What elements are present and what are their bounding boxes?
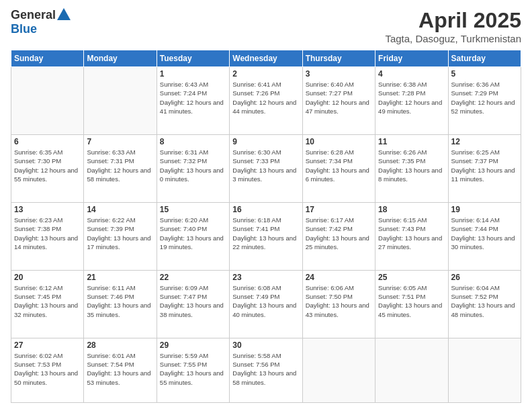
- day-info: Sunrise: 6:18 AMSunset: 7:41 PMDaylight:…: [232, 216, 299, 251]
- day-info: Sunrise: 6:23 AMSunset: 7:38 PMDaylight:…: [14, 216, 81, 251]
- day-number: 17: [306, 205, 372, 214]
- calendar-table: Sunday Monday Tuesday Wednesday Thursday…: [11, 50, 521, 403]
- day-info: Sunrise: 5:59 AMSunset: 7:55 PMDaylight:…: [160, 351, 226, 387]
- day-number: 7: [87, 137, 153, 146]
- table-row: 30Sunrise: 5:58 AMSunset: 7:56 PMDayligh…: [230, 338, 302, 402]
- table-row: 1Sunrise: 6:43 AMSunset: 7:24 PMDaylight…: [157, 67, 229, 135]
- table-row: 17Sunrise: 6:17 AMSunset: 7:42 PMDayligh…: [302, 202, 375, 270]
- table-row: 8Sunrise: 6:31 AMSunset: 7:32 PMDaylight…: [157, 134, 229, 202]
- logo-blue: Blue: [11, 22, 37, 36]
- day-number: 2: [232, 69, 299, 79]
- day-info: Sunrise: 6:04 AMSunset: 7:52 PMDaylight:…: [451, 283, 518, 319]
- page-title: April 2025: [385, 8, 521, 33]
- table-row: 12Sunrise: 6:25 AMSunset: 7:37 PMDayligh…: [448, 134, 521, 202]
- header: General Blue April 2025 Tagta, Dasoguz, …: [11, 8, 521, 44]
- table-row: [375, 338, 448, 402]
- table-row: 4Sunrise: 6:38 AMSunset: 7:28 PMDaylight…: [375, 67, 448, 135]
- day-info: Sunrise: 6:08 AMSunset: 7:49 PMDaylight:…: [232, 283, 299, 319]
- day-info: Sunrise: 6:06 AMSunset: 7:50 PMDaylight:…: [306, 283, 372, 319]
- day-info: Sunrise: 6:22 AMSunset: 7:39 PMDaylight:…: [87, 216, 153, 251]
- table-row: 10Sunrise: 6:28 AMSunset: 7:34 PMDayligh…: [302, 134, 375, 202]
- day-number: 1: [160, 69, 226, 79]
- day-info: Sunrise: 6:14 AMSunset: 7:44 PMDaylight:…: [451, 216, 518, 251]
- table-row: 9Sunrise: 6:30 AMSunset: 7:33 PMDaylight…: [230, 134, 302, 202]
- logo: General Blue: [11, 8, 71, 36]
- table-row: [448, 338, 521, 402]
- table-row: 25Sunrise: 6:05 AMSunset: 7:51 PMDayligh…: [375, 270, 448, 338]
- day-number: 13: [14, 205, 81, 214]
- day-number: 28: [87, 340, 153, 350]
- day-info: Sunrise: 6:43 AMSunset: 7:24 PMDaylight:…: [160, 80, 226, 116]
- table-row: 18Sunrise: 6:15 AMSunset: 7:43 PMDayligh…: [375, 202, 448, 270]
- col-monday: Monday: [84, 50, 157, 67]
- day-number: 29: [160, 340, 226, 350]
- table-row: 22Sunrise: 6:09 AMSunset: 7:47 PMDayligh…: [157, 270, 229, 338]
- day-number: 8: [160, 137, 226, 146]
- day-number: 23: [232, 273, 299, 282]
- table-row: 23Sunrise: 6:08 AMSunset: 7:49 PMDayligh…: [230, 270, 302, 338]
- day-info: Sunrise: 6:09 AMSunset: 7:47 PMDaylight:…: [160, 283, 226, 319]
- day-number: 26: [451, 273, 518, 282]
- table-row: [84, 67, 157, 135]
- day-info: Sunrise: 6:33 AMSunset: 7:31 PMDaylight:…: [87, 148, 153, 183]
- day-info: Sunrise: 5:58 AMSunset: 7:56 PMDaylight:…: [232, 351, 299, 387]
- col-thursday: Thursday: [302, 50, 375, 67]
- day-info: Sunrise: 6:11 AMSunset: 7:46 PMDaylight:…: [87, 283, 153, 319]
- table-row: 13Sunrise: 6:23 AMSunset: 7:38 PMDayligh…: [11, 202, 84, 270]
- day-info: Sunrise: 6:17 AMSunset: 7:42 PMDaylight:…: [306, 216, 372, 251]
- table-row: 2Sunrise: 6:41 AMSunset: 7:26 PMDaylight…: [230, 67, 302, 135]
- day-number: 12: [451, 137, 518, 146]
- logo-triangle-icon: [57, 8, 71, 20]
- table-row: 27Sunrise: 6:02 AMSunset: 7:53 PMDayligh…: [11, 338, 84, 402]
- day-info: Sunrise: 6:02 AMSunset: 7:53 PMDaylight:…: [14, 351, 81, 387]
- day-number: 27: [14, 340, 81, 350]
- table-row: 5Sunrise: 6:36 AMSunset: 7:29 PMDaylight…: [448, 67, 521, 135]
- page-subtitle: Tagta, Dasoguz, Turkmenistan: [385, 33, 521, 44]
- day-number: 4: [378, 69, 445, 79]
- day-number: 9: [232, 137, 299, 146]
- day-number: 10: [306, 137, 372, 146]
- day-info: Sunrise: 6:41 AMSunset: 7:26 PMDaylight:…: [232, 80, 299, 116]
- page: General Blue April 2025 Tagta, Dasoguz, …: [0, 0, 532, 411]
- title-block: April 2025 Tagta, Dasoguz, Turkmenistan: [385, 8, 521, 44]
- day-number: 16: [232, 205, 299, 214]
- col-wednesday: Wednesday: [230, 50, 302, 67]
- day-number: 6: [14, 137, 81, 146]
- day-info: Sunrise: 6:15 AMSunset: 7:43 PMDaylight:…: [378, 216, 445, 251]
- day-info: Sunrise: 6:05 AMSunset: 7:51 PMDaylight:…: [378, 283, 445, 319]
- day-info: Sunrise: 6:28 AMSunset: 7:34 PMDaylight:…: [306, 148, 372, 183]
- col-saturday: Saturday: [448, 50, 521, 67]
- table-row: 19Sunrise: 6:14 AMSunset: 7:44 PMDayligh…: [448, 202, 521, 270]
- table-row: 7Sunrise: 6:33 AMSunset: 7:31 PMDaylight…: [84, 134, 157, 202]
- day-number: 5: [451, 69, 518, 79]
- day-number: 3: [306, 69, 372, 79]
- day-number: 15: [160, 205, 226, 214]
- calendar-header-row: Sunday Monday Tuesday Wednesday Thursday…: [11, 50, 521, 67]
- day-number: 14: [87, 205, 153, 214]
- table-row: 20Sunrise: 6:12 AMSunset: 7:45 PMDayligh…: [11, 270, 84, 338]
- day-number: 24: [306, 273, 372, 282]
- table-row: 24Sunrise: 6:06 AMSunset: 7:50 PMDayligh…: [302, 270, 375, 338]
- table-row: 14Sunrise: 6:22 AMSunset: 7:39 PMDayligh…: [84, 202, 157, 270]
- col-sunday: Sunday: [11, 50, 84, 67]
- day-number: 21: [87, 273, 153, 282]
- day-info: Sunrise: 6:26 AMSunset: 7:35 PMDaylight:…: [378, 148, 445, 183]
- table-row: 21Sunrise: 6:11 AMSunset: 7:46 PMDayligh…: [84, 270, 157, 338]
- col-tuesday: Tuesday: [157, 50, 229, 67]
- day-number: 18: [378, 205, 445, 214]
- day-info: Sunrise: 6:01 AMSunset: 7:54 PMDaylight:…: [87, 351, 153, 387]
- day-info: Sunrise: 6:35 AMSunset: 7:30 PMDaylight:…: [14, 148, 81, 183]
- day-info: Sunrise: 6:20 AMSunset: 7:40 PMDaylight:…: [160, 216, 226, 251]
- day-info: Sunrise: 6:36 AMSunset: 7:29 PMDaylight:…: [451, 80, 518, 116]
- table-row: 29Sunrise: 5:59 AMSunset: 7:55 PMDayligh…: [157, 338, 229, 402]
- table-row: 3Sunrise: 6:40 AMSunset: 7:27 PMDaylight…: [302, 67, 375, 135]
- day-info: Sunrise: 6:25 AMSunset: 7:37 PMDaylight:…: [451, 148, 518, 183]
- table-row: 26Sunrise: 6:04 AMSunset: 7:52 PMDayligh…: [448, 270, 521, 338]
- day-number: 20: [14, 273, 81, 282]
- day-number: 25: [378, 273, 445, 282]
- table-row: 6Sunrise: 6:35 AMSunset: 7:30 PMDaylight…: [11, 134, 84, 202]
- day-info: Sunrise: 6:40 AMSunset: 7:27 PMDaylight:…: [306, 80, 372, 116]
- table-row: [302, 338, 375, 402]
- day-number: 22: [160, 273, 226, 282]
- table-row: 16Sunrise: 6:18 AMSunset: 7:41 PMDayligh…: [230, 202, 302, 270]
